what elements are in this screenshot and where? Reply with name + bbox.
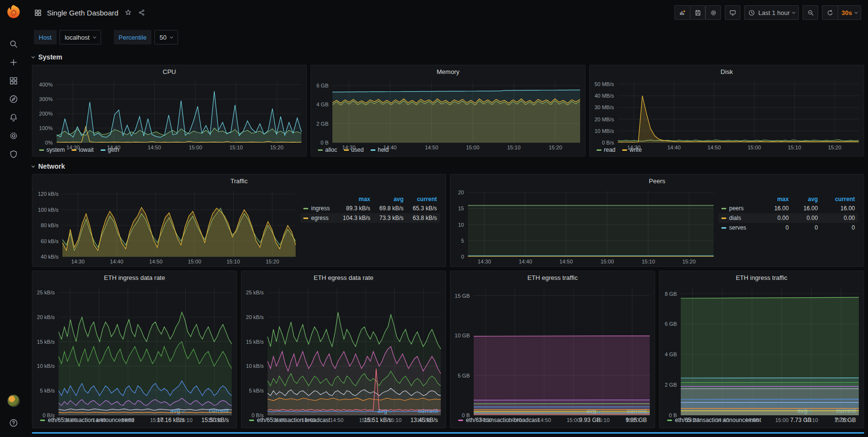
eth-egress-data-rate-chart[interactable]: 0 B/s5 kB/s10 kB/s15 kB/s20 kB/s25 kB/s1… [241,284,446,407]
legend-value: 63.8 kB/s [406,213,440,223]
eth-ingress-traffic-chart[interactable]: 0 B2 GB4 GB6 GB8 GB14:3014:4014:5015:001… [659,284,864,407]
dashboard-settings-button[interactable] [705,5,721,20]
zoom-out-button[interactable] [803,5,818,20]
panel-title[interactable]: Disk [590,65,864,78]
refresh-button[interactable] [822,5,838,20]
x-tick: 14:30 [59,417,82,423]
variable-percentile-dropdown[interactable]: 50 [154,30,178,44]
eth-egress-traffic-chart[interactable]: 0 B5 GB10 GB15 GB14:3014:4014:5015:0015:… [450,284,655,407]
legend-header-current[interactable]: current [406,195,440,204]
y-tick: 5 GB [450,372,470,379]
y-tick: 0 B [659,412,677,419]
x-tick: 14:30 [61,145,85,150]
legend-header-max[interactable]: max [763,195,792,204]
legend-value: 69.8 kB/s [373,204,406,213]
y-tick: 400% [32,81,53,88]
x-tick: 15:00 [145,417,168,423]
next-row-preview [32,432,864,437]
panel-title[interactable]: ETH egress traffic [450,271,655,284]
panel-title[interactable]: Traffic [32,175,446,187]
row-system-toggle[interactable]: System [32,51,864,63]
legend-header-avg[interactable]: avg [373,195,406,204]
x-tick: 14:30 [268,417,291,423]
traffic-chart[interactable]: 40 kB/s60 kB/s80 kB/s100 kB/s120 kB/s14:… [32,187,300,266]
legend-header-current[interactable]: current [821,195,858,204]
x-tick: 14:50 [116,417,139,423]
legend-value: 0 [763,223,792,233]
legend-value: 89.3 kB/s [336,204,373,213]
x-tick: 15:10 [383,417,406,423]
star-icon[interactable] [124,9,132,16]
x-tick: 14:50 [144,259,167,264]
dashboards-icon[interactable] [4,72,23,90]
panel-title[interactable]: ETH egress data rate [241,271,446,284]
peers-chart[interactable]: 0510152014:3014:4014:5015:0015:1015:20 [450,187,718,266]
panel-title[interactable]: Peers [450,175,864,187]
panel-eth-ingress-data-rate: ETH ingress data rate 0 B/s5 kB/s10 kB/s… [32,271,237,428]
refresh-interval-dropdown[interactable]: 30s [838,5,861,20]
chevron-down-icon [31,55,35,58]
cpu-chart[interactable]: 0%100%200%300%400%14:3014:4014:5015:0015… [32,78,306,146]
alerting-icon[interactable] [4,108,23,127]
legend-series-name[interactable]: serves [718,223,763,233]
panel-peers: Peers 0510152014:3014:4014:5015:0015:101… [450,174,864,267]
explore-icon[interactable] [4,90,23,108]
y-tick: 8 GB [659,291,677,297]
top-bar: Single Geth Dasboard [27,0,868,25]
add-panel-button[interactable] [674,5,690,20]
avatar[interactable] [7,394,20,407]
y-tick: 0 B/s [590,139,614,146]
save-dashboard-button[interactable] [690,5,705,20]
legend-series-name[interactable]: dials [718,213,763,223]
x-tick: 15:20 [829,417,853,423]
x-tick: 15:10 [591,417,614,423]
legend-series-name[interactable]: egress [300,213,336,223]
legend-value: 16.00 [763,204,792,213]
chevron-down-icon [93,35,96,38]
page-title[interactable]: Single Geth Dasboard [47,9,119,17]
series-color-swatch [721,208,726,209]
variable-host-dropdown[interactable]: localhost [60,30,101,44]
x-tick: 14:40 [378,145,402,150]
x-tick: 15:00 [743,145,766,150]
legend-series-name[interactable]: peers [718,204,763,213]
row-network-toggle[interactable]: Network [32,160,864,172]
legend-value: 0 [821,223,858,233]
panel-title[interactable]: ETH ingress traffic [659,271,864,284]
x-tick: 14:30 [66,259,90,264]
legend-series-name[interactable]: ingress [300,204,336,213]
y-tick: 0% [32,139,53,146]
disk-chart[interactable]: 0 B/s10 MB/s20 MB/s30 MB/s40 MB/s50 MB/s… [590,78,864,146]
legend-header-avg[interactable]: avg [792,195,821,204]
legend-value: 16.00 [821,204,858,213]
search-icon[interactable] [4,35,23,53]
server-admin-icon[interactable] [4,145,23,163]
x-tick: 14:40 [503,417,526,423]
share-icon[interactable] [138,9,146,16]
legend-header-max[interactable]: max [336,195,373,204]
panel-title[interactable]: CPU [32,65,306,78]
y-tick: 10 kB/s [241,363,264,369]
tv-mode-button[interactable] [725,5,740,20]
y-tick: 15 GB [450,292,470,299]
legend-value: 0.00 [763,213,792,223]
help-icon[interactable] [4,414,23,432]
x-tick: 15:20 [261,259,284,264]
time-range-picker[interactable]: Last 1 hour [744,5,799,20]
panel-title[interactable]: Memory [311,65,585,78]
panel-title[interactable]: ETH ingress data rate [32,271,237,284]
legend-value: 0.00 [821,213,858,223]
memory-chart[interactable]: 0 B2 GB4 GB6 GB14:3014:4014:5015:0015:10… [311,78,585,146]
legend-row: ingress89.3 kB/s69.8 kB/s65.3 kB/s [300,204,440,213]
configuration-icon[interactable] [4,127,23,145]
y-tick: 50 MB/s [590,81,614,87]
panel-traffic: Traffic 40 kB/s60 kB/s80 kB/s100 kB/s120… [32,174,446,267]
y-tick: 15 kB/s [32,338,55,345]
grafana-logo[interactable] [5,4,22,21]
panel-cpu: CPU 0%100%200%300%400%14:3014:4014:5015:… [32,65,307,157]
y-tick: 6 GB [311,82,329,89]
eth-ingress-data-rate-chart[interactable]: 0 B/s5 kB/s10 kB/s15 kB/s20 kB/s25 kB/s1… [32,284,237,407]
panel-eth-egress-data-rate: ETH egress data rate 0 B/s5 kB/s10 kB/s1… [241,271,446,428]
x-tick: 15:20 [621,417,644,423]
plus-icon[interactable] [4,53,23,72]
